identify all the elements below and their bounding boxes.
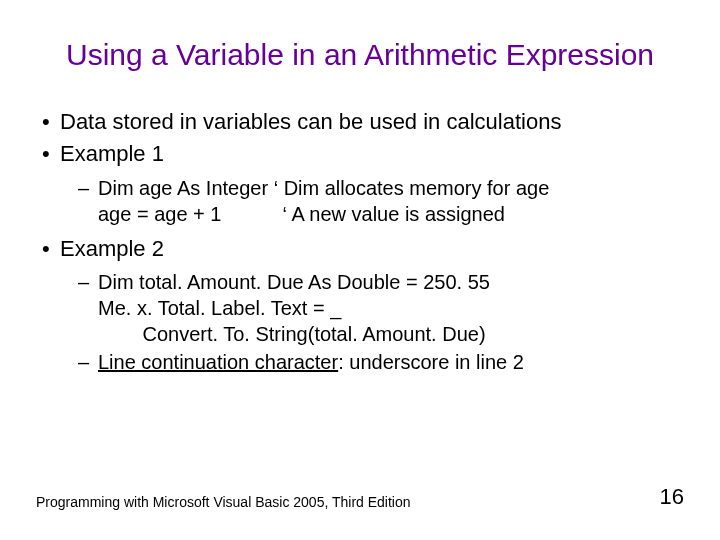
bullet-list: • Data stored in variables can be used i… bbox=[36, 108, 684, 376]
bullet-item: • Data stored in variables can be used i… bbox=[42, 108, 684, 137]
dash-marker: – bbox=[78, 175, 98, 201]
footer: Programming with Microsoft Visual Basic … bbox=[36, 484, 684, 510]
bullet-item: • Example 1 bbox=[42, 140, 684, 169]
code-line: Convert. To. String(total. Amount. Due) bbox=[98, 321, 684, 347]
bullet-marker: • bbox=[42, 235, 60, 264]
bullet-text: Example 1 bbox=[60, 140, 684, 169]
underlined-term: Line continuation character bbox=[98, 351, 338, 373]
dash-marker: – bbox=[78, 349, 98, 375]
slide: Using a Variable in an Arithmetic Expres… bbox=[0, 0, 720, 540]
page-number: 16 bbox=[660, 484, 684, 510]
sub-bullet-item: – Line continuation character: underscor… bbox=[78, 349, 684, 375]
code-line: age = age + 1 ‘ A new value is assigned bbox=[98, 201, 684, 227]
bullet-text: Data stored in variables can be used in … bbox=[60, 108, 684, 137]
bullet-text: Example 2 bbox=[60, 235, 684, 264]
code-line: Dim age As Integer ‘ Dim allocates memor… bbox=[98, 175, 684, 201]
dash-marker: – bbox=[78, 269, 98, 295]
sub-bullet-item: – Dim age As Integer ‘ Dim allocates mem… bbox=[78, 175, 684, 227]
bullet-marker: • bbox=[42, 108, 60, 137]
sub-bullet-item: – Dim total. Amount. Due As Double = 250… bbox=[78, 269, 684, 347]
code-line: Me. x. Total. Label. Text = _ bbox=[98, 295, 684, 321]
sub-bullet-text: Line continuation character: underscore … bbox=[98, 349, 684, 375]
footer-text: Programming with Microsoft Visual Basic … bbox=[36, 494, 411, 510]
slide-title: Using a Variable in an Arithmetic Expres… bbox=[36, 36, 684, 74]
bullet-item: • Example 2 bbox=[42, 235, 684, 264]
sub-bullet-suffix: : underscore in line 2 bbox=[338, 351, 524, 373]
bullet-marker: • bbox=[42, 140, 60, 169]
sub-bullet-text: Dim age As Integer ‘ Dim allocates memor… bbox=[98, 175, 684, 227]
code-line: Dim total. Amount. Due As Double = 250. … bbox=[98, 269, 684, 295]
sub-bullet-text: Dim total. Amount. Due As Double = 250. … bbox=[98, 269, 684, 347]
